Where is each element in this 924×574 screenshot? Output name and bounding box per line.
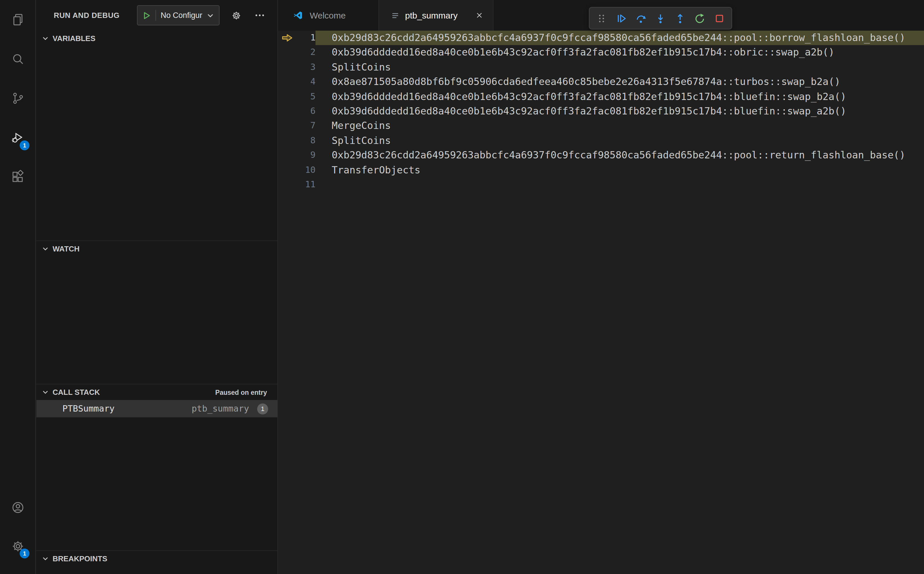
call-stack-frame[interactable]: PTBSummary ptb_summary 1: [36, 400, 277, 417]
frame-source: ptb_summary: [192, 404, 249, 414]
code-line-text[interactable]: 0xb39d6dddedd16ed8a40ce0b1e6b43c92acf0ff…: [315, 89, 924, 104]
debug-badge: 1: [20, 140, 30, 150]
line-number[interactable]: 9: [296, 148, 315, 163]
line-number[interactable]: 10: [296, 163, 315, 177]
editor-line[interactable]: 8SplitCoins: [278, 133, 924, 148]
code-line-text[interactable]: MergeCoins: [315, 119, 924, 134]
file-icon: [390, 11, 400, 20]
section-label: CALL STACK: [53, 388, 100, 397]
section-label: WATCH: [53, 244, 79, 253]
glyph-margin[interactable]: [278, 46, 296, 60]
sidebar-header: RUN AND DEBUG No Configur: [36, 0, 277, 31]
editor-line[interactable]: 40x8ae871505a80d8bf6bf9c05906cda6edfeea4…: [278, 74, 924, 89]
watch-section: WATCH: [36, 240, 277, 384]
chevron-down-icon: [42, 35, 49, 42]
editor-line[interactable]: 7MergeCoins: [278, 119, 924, 134]
editor-line[interactable]: 10xb29d83c26cdd2a64959263abbcfc4a6937f0c…: [278, 31, 924, 46]
line-number[interactable]: 2: [296, 46, 315, 60]
stop-button[interactable]: [710, 9, 729, 27]
frame-badge: 1: [257, 403, 268, 414]
chevron-down-icon: [207, 12, 214, 19]
glyph-margin[interactable]: [278, 177, 296, 192]
editor-line[interactable]: 90xb29d83c26cdd2a64959263abbcfc4a6937f0c…: [278, 148, 924, 163]
editor-line[interactable]: 50xb39d6dddedd16ed8a40ce0b1e6b43c92acf0f…: [278, 89, 924, 104]
sidebar-item-search[interactable]: [0, 39, 35, 79]
code-line-text[interactable]: [315, 177, 924, 192]
line-number[interactable]: 3: [296, 60, 315, 75]
editor-line[interactable]: 3SplitCoins: [278, 60, 924, 75]
source-control-icon: [11, 91, 25, 105]
line-number[interactable]: 6: [296, 104, 315, 119]
step-over-button[interactable]: [631, 9, 651, 27]
code-line-text[interactable]: SplitCoins: [315, 133, 924, 148]
code-line-text[interactable]: TransferObjects: [315, 163, 924, 177]
line-number[interactable]: 4: [296, 74, 315, 89]
drag-handle[interactable]: [592, 9, 611, 27]
step-out-button[interactable]: [670, 9, 690, 27]
code-line-text[interactable]: 0xb39d6dddedd16ed8a40ce0b1e6b43c92acf0ff…: [315, 46, 924, 60]
current-frame-arrow-icon[interactable]: [278, 31, 296, 46]
close-tab-icon[interactable]: [473, 9, 485, 21]
debug-settings-gear-icon[interactable]: [230, 9, 243, 22]
code-line-text[interactable]: SplitCoins: [315, 60, 924, 75]
sidebar-item-run-and-debug[interactable]: 1: [0, 118, 35, 157]
section-label: BREAKPOINTS: [53, 554, 107, 563]
sidebar-item-source-control[interactable]: [0, 79, 35, 118]
more-actions-icon[interactable]: [253, 9, 266, 22]
editor-lines: 10xb29d83c26cdd2a64959263abbcfc4a6937f0c…: [278, 31, 924, 192]
glyph-margin[interactable]: [278, 89, 296, 104]
call-stack-header[interactable]: CALL STACK Paused on entry: [36, 385, 277, 400]
watch-header[interactable]: WATCH: [36, 241, 277, 257]
continue-button[interactable]: [611, 9, 631, 27]
tab-ptb-summary[interactable]: ptb_summary: [379, 0, 493, 31]
glyph-margin[interactable]: [278, 119, 296, 134]
code-line-text[interactable]: 0xb29d83c26cdd2a64959263abbcfc4a6937f0c9…: [315, 148, 924, 163]
glyph-margin[interactable]: [278, 148, 296, 163]
tab-label: Welcome: [310, 10, 346, 20]
code-line-text[interactable]: 0xb29d83c26cdd2a64959263abbcfc4a6937f0c9…: [315, 31, 924, 46]
breakpoints-section: BREAKPOINTS: [36, 550, 277, 574]
files-icon: [11, 13, 25, 27]
vscode-logo-icon: [293, 10, 303, 20]
call-stack-section: CALL STACK Paused on entry PTBSummary pt…: [36, 384, 277, 550]
editor-line[interactable]: 10TransferObjects: [278, 163, 924, 177]
breakpoints-header[interactable]: BREAKPOINTS: [36, 551, 277, 566]
account-button[interactable]: [0, 488, 35, 527]
code-line-text[interactable]: 0xb39d6dddedd16ed8a40ce0b1e6b43c92acf0ff…: [315, 104, 924, 119]
debug-configuration-dropdown[interactable]: No Configur: [137, 5, 220, 25]
editor-line[interactable]: 11: [278, 177, 924, 192]
code-line-text[interactable]: 0x8ae871505a80d8bf6bf9c05906cda6edfeea46…: [315, 74, 924, 89]
sidebar-item-explorer[interactable]: [0, 0, 35, 39]
tab-welcome[interactable]: Welcome: [278, 0, 379, 31]
line-number[interactable]: 1: [296, 31, 315, 46]
step-into-button[interactable]: [651, 9, 670, 27]
restart-button[interactable]: [690, 9, 710, 27]
variables-header[interactable]: VARIABLES: [36, 31, 277, 46]
sidebar-item-extensions[interactable]: [0, 157, 35, 197]
activity-bar: 1: [0, 0, 36, 574]
line-number[interactable]: 7: [296, 119, 315, 134]
variables-section: VARIABLES: [36, 31, 277, 240]
editor-line[interactable]: 60xb39d6dddedd16ed8a40ce0b1e6b43c92acf0f…: [278, 104, 924, 119]
glyph-margin[interactable]: [278, 104, 296, 119]
line-number[interactable]: 5: [296, 89, 315, 104]
section-label: VARIABLES: [53, 34, 95, 43]
chevron-down-icon: [42, 389, 49, 395]
start-debug-play-icon: [143, 11, 151, 19]
frame-name: PTBSummary: [62, 404, 115, 414]
glyph-margin[interactable]: [278, 60, 296, 75]
tab-label: ptb_summary: [405, 10, 458, 20]
debug-toolbar: [589, 7, 732, 30]
settings-button[interactable]: 1: [0, 527, 35, 565]
editor-line[interactable]: 20xb39d6dddedd16ed8a40ce0b1e6b43c92acf0f…: [278, 46, 924, 60]
line-number[interactable]: 11: [296, 177, 315, 192]
chevron-down-icon: [42, 246, 49, 252]
vscode-window: 1: [0, 0, 924, 574]
line-number[interactable]: 8: [296, 133, 315, 148]
chevron-down-icon: [42, 555, 49, 562]
activity-bar-bottom: 1: [0, 488, 35, 565]
glyph-margin[interactable]: [278, 163, 296, 177]
extensions-icon: [11, 170, 25, 184]
glyph-margin[interactable]: [278, 133, 296, 148]
glyph-margin[interactable]: [278, 74, 296, 89]
